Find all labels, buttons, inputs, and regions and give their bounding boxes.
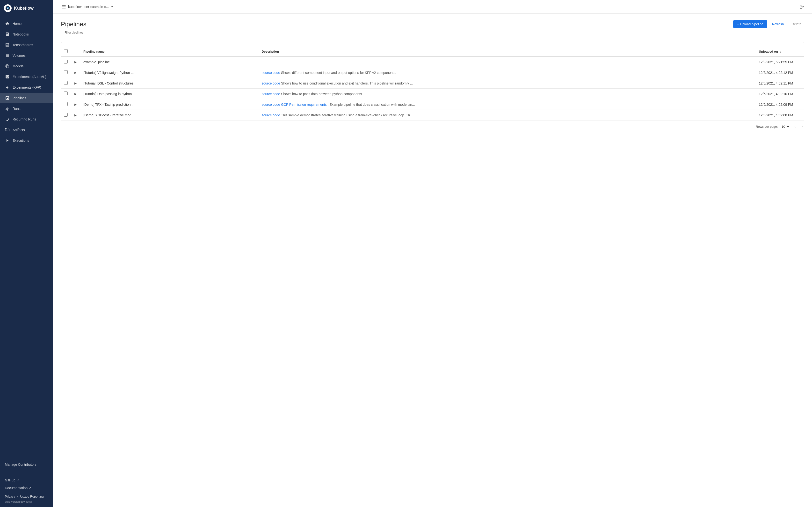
- row4-checkbox[interactable]: [64, 92, 68, 95]
- manage-contributors-item[interactable]: Manage Contributors: [0, 461, 53, 467]
- row6-expand-button[interactable]: ▶: [73, 113, 78, 117]
- row6-name-cell: [Demo] XGBoost - Iterative mod...: [81, 110, 259, 120]
- row6-checkbox[interactable]: [64, 113, 68, 117]
- sidebar-bottom: GitHub ↗ Documentation ↗ Privacy • Usage…: [0, 472, 53, 507]
- row1-expand-button[interactable]: ▶: [73, 60, 78, 64]
- page-title: Pipelines: [61, 20, 733, 28]
- namespace-selector[interactable]: kubeflow-user-example-c... ▼: [59, 3, 116, 11]
- sidebar-item-label: Volumes: [12, 54, 26, 57]
- footer-links: Privacy • Usage Reporting build version …: [5, 495, 48, 503]
- sidebar-item-executions[interactable]: Executions: [0, 135, 53, 146]
- th-pipeline-name-label: Pipeline name: [83, 50, 104, 53]
- row3-expand-button[interactable]: ▶: [73, 81, 78, 86]
- sidebar-item-runs[interactable]: Runs: [0, 103, 53, 114]
- row4-checkbox-cell: [61, 89, 70, 99]
- th-uploaded-on[interactable]: Uploaded on ↓: [756, 47, 804, 56]
- row5-desc-link[interactable]: source code: [262, 103, 280, 107]
- row4-desc-link[interactable]: source code: [262, 92, 280, 96]
- github-label: GitHub: [5, 478, 15, 482]
- row6-desc-cell: source code This sample demonstrates ite…: [259, 110, 756, 120]
- row3-expand-cell: ▶: [70, 78, 81, 89]
- row2-expand-cell: ▶: [70, 67, 81, 78]
- privacy-label[interactable]: Privacy: [5, 495, 15, 498]
- table-row: ▶ [Tutorial] DSL - Control structures so…: [61, 78, 804, 89]
- row2-uploaded-cell: 12/6/2021, 4:02:12 PM: [756, 67, 804, 78]
- privacy-links: Privacy • Usage Reporting: [5, 495, 48, 498]
- table-row: ▶ example_pipeline 12/9/2021, 5:21:55 PM: [61, 56, 804, 67]
- filter-label: Filter pipelines: [63, 31, 84, 34]
- row1-uploaded: 12/9/2021, 5:21:55 PM: [759, 60, 793, 64]
- github-link[interactable]: GitHub ↗: [5, 476, 48, 484]
- delete-button: Delete: [789, 20, 804, 28]
- rows-per-page-label: Rows per page:: [756, 125, 778, 128]
- logo-icon: [4, 4, 12, 12]
- row6-desc-link[interactable]: source code: [262, 113, 280, 117]
- sidebar-item-home[interactable]: Home: [0, 18, 53, 29]
- table-row: ▶ [Demo] XGBoost - Iterative mod... sour…: [61, 110, 804, 120]
- row3-uploaded-cell: 12/6/2021, 4:02:11 PM: [756, 78, 804, 89]
- page-header: Pipelines + Upload pipeline Refresh Dele…: [61, 20, 804, 28]
- sidebar-item-notebooks[interactable]: Notebooks: [0, 29, 53, 40]
- row2-checkbox-cell: [61, 67, 70, 78]
- row5-uploaded-cell: 12/6/2021, 4:02:09 PM: [756, 99, 804, 110]
- row2-checkbox[interactable]: [64, 70, 68, 74]
- row3-checkbox[interactable]: [64, 81, 68, 85]
- row2-name-cell: [Tutorial] V2 lightweight Python ...: [81, 67, 259, 78]
- th-expand: [70, 47, 81, 56]
- sidebar-item-label: Tensorboards: [12, 43, 33, 47]
- select-all-checkbox[interactable]: [64, 49, 68, 53]
- row6-name: [Demo] XGBoost - Iterative mod...: [83, 113, 134, 117]
- app-name: Kubeflow: [14, 6, 34, 11]
- logout-button[interactable]: [798, 2, 806, 11]
- row5-desc-link2[interactable]: GCP Permission requirements: [281, 103, 327, 107]
- row6-expand-cell: ▶: [70, 110, 81, 120]
- sidebar-item-recurring-runs[interactable]: Recurring Runs: [0, 114, 53, 125]
- executions-icon: [5, 138, 10, 143]
- next-page-button[interactable]: ›: [800, 123, 804, 130]
- home-icon: [5, 21, 10, 26]
- prev-page-button[interactable]: ‹: [793, 123, 797, 130]
- row2-expand-button[interactable]: ▶: [73, 70, 78, 75]
- experiments-automl-icon: [5, 74, 10, 79]
- row2-desc-link[interactable]: source code: [262, 71, 280, 74]
- app-logo[interactable]: Kubeflow: [0, 0, 53, 16]
- sidebar: Kubeflow Home Notebooks Tensorboards: [0, 0, 53, 507]
- refresh-button[interactable]: Refresh: [769, 20, 787, 28]
- row4-uploaded-cell: 12/6/2021, 4:02:10 PM: [756, 89, 804, 99]
- row2-desc-cell: source code Shows different component in…: [259, 67, 756, 78]
- th-select-all: [61, 47, 70, 56]
- usage-reporting-label[interactable]: Usage Reporting: [20, 495, 44, 498]
- filter-input[interactable]: [64, 34, 801, 42]
- svg-rect-1: [62, 5, 66, 6]
- notebooks-icon: [5, 32, 10, 37]
- row4-expand-button[interactable]: ▶: [73, 92, 78, 96]
- namespace-icon: [61, 4, 66, 9]
- chevron-down-icon: ▼: [111, 5, 114, 8]
- rows-per-page-select[interactable]: 10 25 50: [779, 124, 790, 129]
- external-link-icon-2: ↗: [29, 487, 31, 490]
- sidebar-item-label: Models: [12, 64, 23, 68]
- table-row: ▶ [Tutorial] V2 lightweight Python ... s…: [61, 67, 804, 78]
- rows-per-page: Rows per page: 10 25 50: [756, 124, 790, 129]
- row5-expand-button[interactable]: ▶: [73, 102, 78, 107]
- row5-checkbox-cell: [61, 99, 70, 110]
- row3-name-cell: [Tutorial] DSL - Control structures: [81, 78, 259, 89]
- row5-checkbox[interactable]: [64, 102, 68, 106]
- sidebar-item-experiments-automl[interactable]: Experiments (AutoML): [0, 71, 53, 82]
- sidebar-item-label: Executions: [12, 138, 29, 143]
- sidebar-item-experiments-kfp[interactable]: Experiments (KFP): [0, 82, 53, 93]
- row2-uploaded: 12/6/2021, 4:02:12 PM: [759, 71, 793, 74]
- external-link-icon: ↗: [17, 479, 19, 482]
- documentation-link[interactable]: Documentation ↗: [5, 484, 48, 492]
- upload-pipeline-button[interactable]: + Upload pipeline: [733, 20, 767, 28]
- models-icon: [5, 64, 10, 68]
- sidebar-item-models[interactable]: Models: [0, 61, 53, 71]
- row1-uploaded-cell: 12/9/2021, 5:21:55 PM: [756, 56, 804, 67]
- row3-desc-link[interactable]: source code: [262, 81, 280, 85]
- sidebar-item-artifacts[interactable]: Artifacts: [0, 125, 53, 135]
- th-pipeline-name: Pipeline name: [81, 47, 259, 56]
- sidebar-item-pipelines[interactable]: Pipelines: [0, 93, 53, 103]
- row1-checkbox[interactable]: [64, 60, 68, 63]
- sidebar-item-volumes[interactable]: Volumes: [0, 50, 53, 61]
- sidebar-item-tensorboards[interactable]: Tensorboards: [0, 40, 53, 50]
